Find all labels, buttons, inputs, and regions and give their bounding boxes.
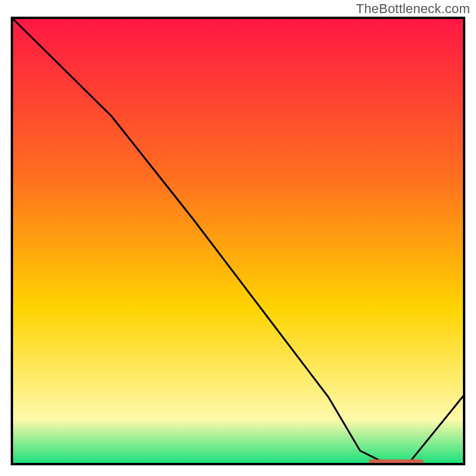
attribution-text: TheBottleneck.com (356, 1, 470, 17)
chart-stage: TheBottleneck.com (0, 0, 476, 476)
chart-svg (11, 17, 465, 465)
plot-area (11, 17, 465, 465)
